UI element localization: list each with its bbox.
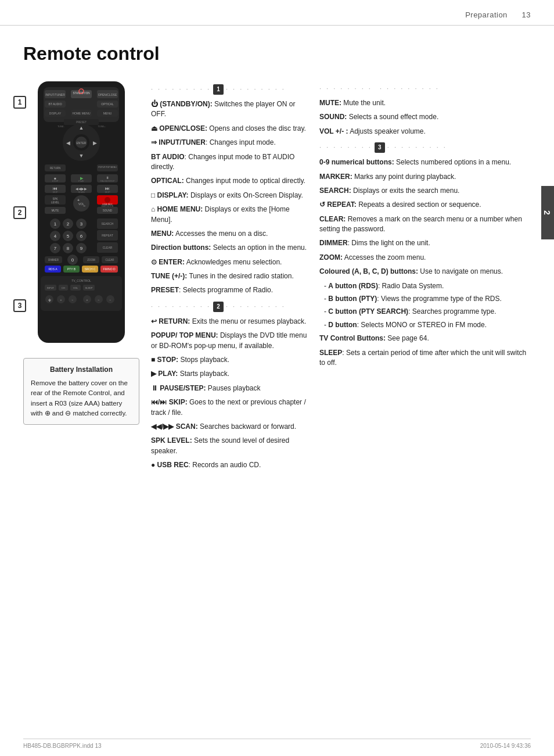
svg-text:0: 0 xyxy=(71,257,74,263)
battery-box-title: Battery Installation xyxy=(31,364,132,375)
divider-2: · · · · · · · · · 2 · · · · · · · · · xyxy=(151,302,308,312)
svg-text:TUNE-: TUNE- xyxy=(57,125,65,128)
desc-input-tuner: ⇒ INPUT/TUNER: Changes input mode. xyxy=(151,138,308,148)
svg-text:◀: ◀ xyxy=(66,140,70,146)
svg-text:CH: CH xyxy=(62,286,65,289)
divider-1: · · · · · · · · · 1 · · · · · · · · · xyxy=(151,84,308,95)
desc-play: ▶ PLAY: Starts playback. xyxy=(151,369,308,379)
svg-text:−: − xyxy=(72,298,74,302)
desc-enter: ⊙ ENTER: Acknowledges menu selection. xyxy=(151,257,308,267)
desc-tune: TUNE (+/-): Tunes in the desired radio s… xyxy=(151,271,308,281)
desc-search: SEARCH: Displays or exits the search men… xyxy=(319,186,531,196)
svg-text:−: − xyxy=(83,204,85,208)
svg-text:STOP: STOP xyxy=(52,180,59,182)
sub-d-button: - D button: Selects MONO or STEREO in FM… xyxy=(324,320,531,330)
desc-direction: Direction buttons: Selects an option in … xyxy=(151,243,308,253)
svg-text:ZOOM: ZOOM xyxy=(87,259,95,261)
remote-container: 1 2 3 INPUT xyxy=(32,78,131,347)
svg-text:▼: ▼ xyxy=(79,153,84,159)
svg-text:SEARCH: SEARCH xyxy=(102,222,114,225)
svg-text:REPEAT: REPEAT xyxy=(102,234,113,237)
main-content: Remote control 1 2 3 xyxy=(0,26,554,486)
desc-usb-rec: ● USB REC: Records an audio CD. xyxy=(151,460,308,470)
svg-text:SLEEP: SLEEP xyxy=(85,286,93,289)
desc-stop: ■ STOP: Stops playback. xyxy=(151,355,308,365)
svg-text:DIMMER: DIMMER xyxy=(48,259,59,261)
svg-text:ENTER: ENTER xyxy=(77,141,87,145)
svg-text:4: 4 xyxy=(54,234,57,239)
svg-text:CLEAR: CLEAR xyxy=(105,259,114,261)
svg-text:SKIP: SKIP xyxy=(105,191,110,194)
desc-zoom: ZOOM: Accesses the zoom menu. xyxy=(319,253,531,263)
tab-number: 2 xyxy=(542,210,552,216)
footer-right: 2010-05-14 9:43:36 xyxy=(480,743,531,749)
svg-text:▶: ▶ xyxy=(93,140,97,146)
divider-right-top: · · · · · · · · · · · · · · · · · xyxy=(319,84,531,94)
svg-text:PAUSE/STEP: PAUSE/STEP xyxy=(100,180,115,182)
desc-numerical: 0-9 numerical buttons: Selects numbered … xyxy=(319,157,531,167)
svg-text:+: + xyxy=(77,198,80,202)
svg-text:7: 7 xyxy=(54,246,57,251)
desc-sound: SOUND: Selects a sound effect mode. xyxy=(319,112,531,122)
svg-text:⏻: ⏻ xyxy=(48,298,51,302)
desc-scan: ◀◀/▶▶ SCAN: Searches backward or forward… xyxy=(151,422,308,432)
svg-text:+: + xyxy=(87,298,88,302)
svg-text:TV_CONTROL: TV_CONTROL xyxy=(71,279,91,282)
desc-sleep: SLEEP: Sets a certain period of time aft… xyxy=(319,348,531,368)
svg-text:PRESET: PRESET xyxy=(76,121,87,124)
svg-text:CLEAR: CLEAR xyxy=(103,246,113,249)
badge-3: 3 xyxy=(13,299,26,312)
sub-c-button: - C button (PTY SEARCH): Searches progra… xyxy=(324,307,531,317)
badge-2: 2 xyxy=(13,206,26,219)
sub-a-button: - A button (RDS): Radio Data System. xyxy=(324,281,531,291)
svg-text:HOME MENU: HOME MENU xyxy=(72,112,91,115)
divider-3: · · · · · · · · 3 · · · · · · · · · xyxy=(319,142,531,153)
desc-pause: ⏸ PAUSE/STEP: Pauses playback xyxy=(151,384,308,393)
svg-text:RETURN: RETURN xyxy=(50,167,61,170)
svg-text:−: − xyxy=(98,298,100,302)
svg-text:RDS A: RDS A xyxy=(48,267,57,271)
desc-open-close: ⏏ OPEN/CLOSE: Opens and closes the disc … xyxy=(151,124,308,134)
svg-text:OPTICAL: OPTICAL xyxy=(101,102,114,106)
svg-text:−: − xyxy=(110,298,111,302)
desc-vol: VOL +/- : Adjusts speaker volume. xyxy=(319,127,531,137)
footer-left: HB485-DB.BGBRPPK.indd 13 xyxy=(23,743,102,749)
desc-dimmer: DIMMER: Dims the light on the unit. xyxy=(319,238,531,248)
svg-text:FM/NO D: FM/NO D xyxy=(103,267,115,271)
svg-text:8: 8 xyxy=(67,246,70,251)
right-column: · · · · · · · · · · · · · · · · · MUTE: … xyxy=(319,78,531,475)
chapter-label: Preparation 13 xyxy=(465,10,531,19)
preparation-tab: 2 Preparation xyxy=(541,186,554,239)
left-column: 1 2 3 INPUT xyxy=(23,78,139,475)
desc-mute: MUTE: Mute the unit. xyxy=(319,98,531,108)
desc-menu: MENU: Accesses the menu on a disc. xyxy=(151,229,308,239)
battery-box: Battery Installation Remove the battery … xyxy=(23,358,139,425)
svg-text:SOUND: SOUND xyxy=(103,209,113,212)
desc-bt-audio: BT AUDIO: Changes input mode to BT AUDIO… xyxy=(151,152,308,173)
svg-text:BT AUDIO: BT AUDIO xyxy=(48,102,62,106)
desc-popup: POPUP/ TOP MENU: Displays the DVD title … xyxy=(151,331,308,351)
desc-repeat: ↺ REPEAT: Repeats a desired section or s… xyxy=(319,200,531,210)
middle-column: · · · · · · · · · 1 · · · · · · · · · ⏻ … xyxy=(151,78,308,475)
svg-text:SCAN: SCAN xyxy=(78,191,84,194)
content-layout: 1 2 3 INPUT xyxy=(23,78,531,475)
svg-point-61 xyxy=(105,197,110,203)
svg-text:MUTE: MUTE xyxy=(52,209,59,212)
desc-spk: SPK LEVEL: Sets the sound level of desir… xyxy=(151,436,308,456)
svg-text:LEVEL: LEVEL xyxy=(51,201,60,204)
chapter-name: Preparation xyxy=(465,10,508,19)
page-footer: HB485-DB.BGBRPPK.indd 13 2010-05-14 9:43… xyxy=(23,739,531,749)
page-header: Preparation 13 xyxy=(0,0,554,26)
svg-text:6: 6 xyxy=(80,234,83,239)
battery-box-text: Remove the battery cover on the rear of … xyxy=(31,378,132,418)
svg-text:▲: ▲ xyxy=(79,125,84,131)
desc-optical: OPTICAL: Changes input mode to optical d… xyxy=(151,176,308,186)
svg-text:SPK: SPK xyxy=(52,198,57,200)
sub-b-button: - B button (PTY): Views the programme ty… xyxy=(324,294,531,304)
svg-text:+: + xyxy=(60,298,62,302)
desc-standby: ⏻ (STANDBY/ON): Switches the player ON o… xyxy=(151,99,308,120)
svg-text:5: 5 xyxy=(67,234,70,239)
remote-svg: INPUT/TUNER STANDBY/ON OPEN/CLOSE BT AUD… xyxy=(32,78,131,346)
desc-home-menu: ⌂ HOME MENU: Displays or exits the [Home… xyxy=(151,205,308,225)
svg-text:SKIP: SKIP xyxy=(52,191,57,194)
